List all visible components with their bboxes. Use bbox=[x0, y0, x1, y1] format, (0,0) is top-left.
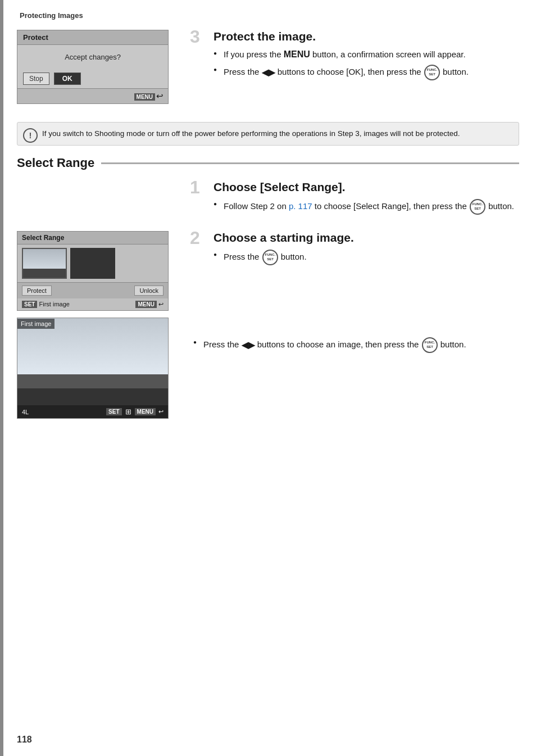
sr-thumbnail bbox=[22, 248, 67, 279]
step3-title: Protect the image. bbox=[214, 30, 519, 43]
protect-screen-footer: MENU↩ bbox=[17, 88, 168, 103]
ok-button: OK bbox=[54, 73, 81, 85]
fi-back: ↩ bbox=[158, 408, 163, 415]
menu-back: MENU ↩ bbox=[135, 301, 163, 308]
step2-bullet2: Press the ◀▶ buttons to choose an image,… bbox=[193, 337, 519, 354]
svg-text:SET: SET bbox=[267, 257, 274, 261]
step2-bullet2-area: Press the ◀▶ buttons to choose an image,… bbox=[193, 337, 519, 354]
first-image-screenshot: First image 4L SET ⊞ MENU ↩ bbox=[17, 318, 169, 419]
step2-row: 2 Choose a starting image. Press the FUN… bbox=[190, 231, 519, 269]
svg-text:SET: SET bbox=[429, 73, 435, 76]
step3-content: Protect the image. If you press the MENU… bbox=[214, 30, 519, 84]
step3-row: 3 Protect the image. If you press the ME… bbox=[190, 30, 519, 84]
sr-thumb-sky bbox=[23, 249, 66, 269]
step1-row: 1 Choose [Select Range]. Follow Step 2 o… bbox=[190, 180, 519, 219]
protect-screen-header: Protect bbox=[17, 30, 168, 45]
page-header: Protecting Images bbox=[17, 11, 519, 20]
funcset-icon-3: FUNC. SET bbox=[262, 249, 279, 266]
svg-text:FUNC.: FUNC. bbox=[473, 202, 483, 206]
stop-button: Stop bbox=[23, 73, 49, 85]
select-range-screenshot: Select Range Protect Unlock SET First im bbox=[17, 231, 169, 311]
step3-number: 3 bbox=[190, 28, 210, 46]
arrow-buttons: ◀▶ bbox=[262, 67, 275, 77]
step2-screenshots: Select Range Protect Unlock SET First im bbox=[17, 231, 180, 423]
svg-text:FUNC.: FUNC. bbox=[424, 341, 435, 344]
set-first-image: SET First image bbox=[22, 301, 70, 308]
fi-cityline bbox=[17, 388, 168, 405]
sr-body bbox=[17, 245, 168, 282]
step2-text: Choose a starting image. Press the FUNC.… bbox=[214, 231, 519, 269]
step2-content: 2 Choose a starting image. Press the FUN… bbox=[190, 231, 519, 357]
step3-bullet1: If you press the MENU button, a confirma… bbox=[214, 48, 519, 61]
svg-text:FUNC.: FUNC. bbox=[427, 68, 438, 71]
funcset-icon-4: FUNC. SET bbox=[421, 337, 438, 354]
step1-bullet-list: Follow Step 2 on p. 117 to choose [Selec… bbox=[214, 198, 519, 215]
fi-ground bbox=[17, 374, 168, 405]
step2-number: 2 bbox=[190, 229, 210, 247]
note-box: ! If you switch to Shooting mode or turn… bbox=[17, 122, 519, 146]
step2-title: Choose a starting image. bbox=[214, 231, 519, 245]
fi-icon: ⊞ bbox=[125, 408, 131, 416]
note-text: If you switch to Shooting mode or turn o… bbox=[42, 129, 460, 138]
protect-screen-buttons: Stop OK bbox=[17, 69, 168, 88]
funcset-icon-2: FUNC. SET bbox=[469, 198, 486, 215]
sr-thumb-dark bbox=[23, 269, 66, 279]
step3-bullet-list: If you press the MENU button, a confirma… bbox=[214, 48, 519, 81]
note-icon: ! bbox=[23, 128, 38, 143]
select-range-divider: Select Range bbox=[17, 156, 519, 170]
sr-bottom: SET First image MENU ↩ bbox=[17, 298, 168, 310]
fi-footer-center: SET ⊞ MENU ↩ bbox=[106, 408, 163, 416]
protect-screen-body: Accept changes? bbox=[17, 45, 168, 69]
step3-bullet2: Press the ◀▶ buttons to choose [OK], the… bbox=[214, 64, 519, 81]
fi-corner-label: 4L bbox=[22, 409, 29, 415]
fi-image: First image bbox=[17, 318, 168, 405]
protect-screenshot: Protect Accept changes? Stop OK MENU↩ bbox=[17, 30, 169, 104]
step2-bullet1: Press the FUNC. SET button. bbox=[214, 249, 519, 266]
funcset-icon: FUNC. SET bbox=[424, 64, 440, 81]
step1-bullet1: Follow Step 2 on p. 117 to choose [Selec… bbox=[214, 198, 519, 215]
menu-bold: MENU bbox=[284, 49, 310, 59]
p117-link[interactable]: p. 117 bbox=[289, 201, 312, 211]
sr-header: Select Range bbox=[17, 232, 168, 245]
sr-empty bbox=[70, 248, 115, 279]
step1-title: Choose [Select Range]. bbox=[214, 180, 519, 194]
page-number: 118 bbox=[17, 735, 32, 745]
svg-text:FUNC.: FUNC. bbox=[265, 253, 275, 256]
svg-text:SET: SET bbox=[474, 207, 481, 210]
step2-bullet-list: Press the FUNC. SET button. bbox=[214, 249, 519, 266]
first-image-label: First image bbox=[17, 318, 54, 329]
step1-number: 1 bbox=[190, 178, 210, 196]
menu-tag: MENU↩ bbox=[134, 91, 163, 101]
select-range-title: Select Range bbox=[17, 156, 94, 170]
step1-content: Choose [Select Range]. Follow Step 2 on … bbox=[214, 180, 519, 219]
sr-footer-btns: Protect Unlock bbox=[17, 282, 168, 298]
arrow-buttons-2: ◀▶ bbox=[242, 340, 255, 350]
protect-sm-btn: Protect bbox=[22, 286, 52, 296]
left-border bbox=[0, 0, 3, 756]
svg-text:SET: SET bbox=[426, 345, 433, 348]
unlock-sm-btn: Unlock bbox=[134, 286, 163, 296]
fi-footer: 4L SET ⊞ MENU ↩ bbox=[17, 405, 168, 418]
section-line bbox=[101, 162, 519, 164]
